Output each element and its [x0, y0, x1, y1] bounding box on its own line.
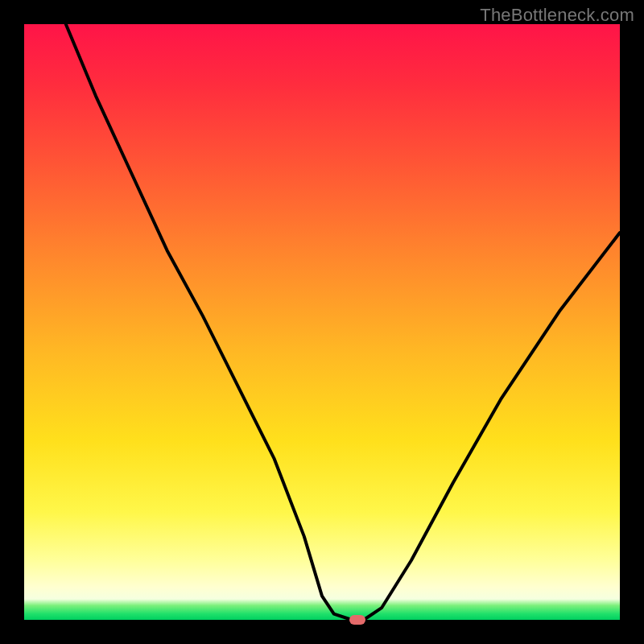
optimal-point-marker [349, 615, 365, 625]
attribution-label: TheBottleneck.com [480, 5, 634, 26]
curve-path [66, 24, 620, 620]
chart-frame: TheBottleneck.com [0, 0, 644, 644]
plot-area [24, 24, 620, 620]
bottleneck-curve [24, 24, 620, 620]
